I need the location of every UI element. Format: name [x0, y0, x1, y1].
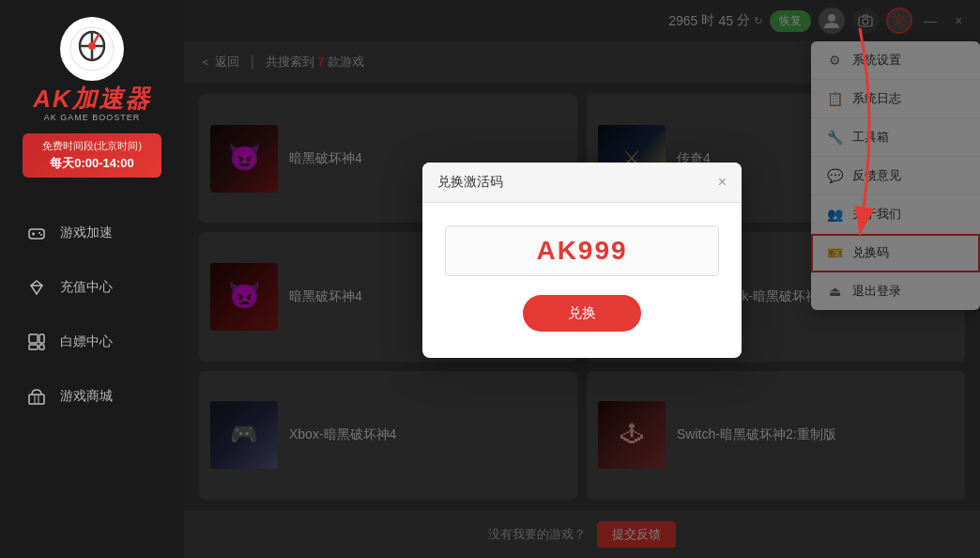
nav-label-game-store: 游戏商城	[60, 388, 113, 405]
logo-icon	[69, 25, 115, 72]
sidebar-nav: 游戏加速 充值中心 白嫖中心	[0, 206, 184, 558]
svg-point-8	[38, 232, 40, 234]
free-badge-time: 每天0:00-14:00	[32, 155, 152, 172]
modal-header: 兑换激活码 ×	[422, 163, 742, 203]
svg-marker-10	[31, 281, 42, 294]
logo-subtitle: AK GAME BOOSTER	[44, 113, 141, 122]
modal-close-button[interactable]: ×	[718, 174, 727, 191]
modal-title: 兑换激活码	[437, 174, 503, 191]
svg-rect-16	[29, 395, 44, 404]
sidebar-item-recharge[interactable]: 充值中心	[0, 260, 184, 315]
sidebar-item-game-boost[interactable]: 游戏加速	[0, 206, 184, 260]
redeem-modal: 兑换激活码 × AK999 兑换	[422, 163, 742, 358]
gamepad-icon	[26, 223, 47, 243]
svg-rect-13	[29, 345, 38, 349]
redeem-code-display: AK999	[536, 236, 627, 266]
nav-label-game-boost: 游戏加速	[60, 225, 113, 241]
sidebar-item-whitelist[interactable]: 白嫖中心	[0, 315, 184, 369]
redeem-submit-button[interactable]: 兑换	[523, 295, 641, 332]
sidebar: AK加速器 AK GAME BOOSTER 免费时间段(北京时间) 每天0:00…	[0, 0, 184, 558]
redeem-input-area: AK999	[445, 225, 719, 276]
svg-rect-5	[29, 229, 44, 239]
sidebar-item-game-store[interactable]: 游戏商城	[0, 369, 184, 424]
diamond-icon	[26, 277, 47, 298]
logo-area: AK加速器 AK GAME BOOSTER 免费时间段(北京时间) 每天0:00…	[0, 0, 184, 187]
logo-text: AK加速器 AK GAME BOOSTER	[33, 86, 151, 122]
logo-circle	[60, 17, 124, 81]
logo-ak-text: AK加速器	[33, 86, 151, 111]
nav-label-recharge: 充值中心	[60, 279, 113, 296]
modal-body: AK999 兑换	[422, 203, 742, 358]
main-area: 2965 时 45 分 ↻ 恢复 — ×	[184, 0, 980, 558]
store-icon	[26, 386, 47, 407]
svg-rect-15	[39, 345, 44, 349]
free-badge: 免费时间段(北京时间) 每天0:00-14:00	[23, 133, 161, 178]
free-badge-title: 免费时间段(北京时间)	[32, 139, 152, 153]
svg-point-9	[40, 234, 42, 236]
nav-label-whitelist: 白嫖中心	[60, 333, 113, 350]
modal-overlay: 兑换激活码 × AK999 兑换	[184, 0, 980, 558]
svg-rect-14	[39, 334, 44, 343]
svg-rect-12	[29, 334, 38, 343]
tag-icon	[26, 332, 47, 352]
